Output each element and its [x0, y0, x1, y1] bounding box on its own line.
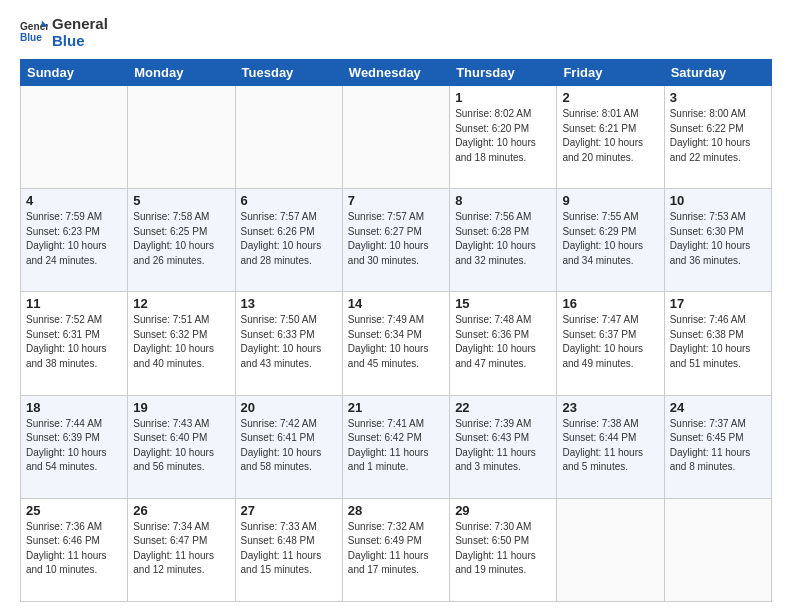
calendar-cell: 21Sunrise: 7:41 AM Sunset: 6:42 PM Dayli…: [342, 395, 449, 498]
calendar-cell: 18Sunrise: 7:44 AM Sunset: 6:39 PM Dayli…: [21, 395, 128, 498]
day-info: Sunrise: 7:48 AM Sunset: 6:36 PM Dayligh…: [455, 313, 551, 371]
calendar-cell: 1Sunrise: 8:02 AM Sunset: 6:20 PM Daylig…: [450, 86, 557, 189]
logo-blue-text: Blue: [52, 33, 108, 50]
calendar-cell: 4Sunrise: 7:59 AM Sunset: 6:23 PM Daylig…: [21, 189, 128, 292]
day-number: 4: [26, 193, 122, 208]
day-number: 21: [348, 400, 444, 415]
day-info: Sunrise: 7:42 AM Sunset: 6:41 PM Dayligh…: [241, 417, 337, 475]
calendar-col-header-monday: Monday: [128, 60, 235, 86]
calendar-cell: 25Sunrise: 7:36 AM Sunset: 6:46 PM Dayli…: [21, 498, 128, 601]
calendar-cell: 9Sunrise: 7:55 AM Sunset: 6:29 PM Daylig…: [557, 189, 664, 292]
calendar-cell: 29Sunrise: 7:30 AM Sunset: 6:50 PM Dayli…: [450, 498, 557, 601]
day-number: 22: [455, 400, 551, 415]
day-info: Sunrise: 7:34 AM Sunset: 6:47 PM Dayligh…: [133, 520, 229, 578]
day-number: 26: [133, 503, 229, 518]
day-number: 15: [455, 296, 551, 311]
day-number: 5: [133, 193, 229, 208]
day-info: Sunrise: 7:56 AM Sunset: 6:28 PM Dayligh…: [455, 210, 551, 268]
day-info: Sunrise: 7:58 AM Sunset: 6:25 PM Dayligh…: [133, 210, 229, 268]
logo-icon: General Blue: [20, 19, 48, 47]
day-number: 7: [348, 193, 444, 208]
calendar-cell: 14Sunrise: 7:49 AM Sunset: 6:34 PM Dayli…: [342, 292, 449, 395]
day-number: 25: [26, 503, 122, 518]
calendar-cell: 7Sunrise: 7:57 AM Sunset: 6:27 PM Daylig…: [342, 189, 449, 292]
day-number: 13: [241, 296, 337, 311]
calendar-cell: 16Sunrise: 7:47 AM Sunset: 6:37 PM Dayli…: [557, 292, 664, 395]
day-info: Sunrise: 7:32 AM Sunset: 6:49 PM Dayligh…: [348, 520, 444, 578]
calendar-cell: 28Sunrise: 7:32 AM Sunset: 6:49 PM Dayli…: [342, 498, 449, 601]
day-info: Sunrise: 7:33 AM Sunset: 6:48 PM Dayligh…: [241, 520, 337, 578]
calendar-cell: 20Sunrise: 7:42 AM Sunset: 6:41 PM Dayli…: [235, 395, 342, 498]
day-info: Sunrise: 7:57 AM Sunset: 6:27 PM Dayligh…: [348, 210, 444, 268]
day-number: 9: [562, 193, 658, 208]
day-info: Sunrise: 8:00 AM Sunset: 6:22 PM Dayligh…: [670, 107, 766, 165]
day-number: 23: [562, 400, 658, 415]
calendar-cell: [128, 86, 235, 189]
calendar-week-row: 1Sunrise: 8:02 AM Sunset: 6:20 PM Daylig…: [21, 86, 772, 189]
day-info: Sunrise: 7:43 AM Sunset: 6:40 PM Dayligh…: [133, 417, 229, 475]
day-number: 29: [455, 503, 551, 518]
day-number: 2: [562, 90, 658, 105]
calendar-cell: [235, 86, 342, 189]
day-number: 20: [241, 400, 337, 415]
day-info: Sunrise: 7:38 AM Sunset: 6:44 PM Dayligh…: [562, 417, 658, 475]
calendar-col-header-friday: Friday: [557, 60, 664, 86]
calendar-cell: 8Sunrise: 7:56 AM Sunset: 6:28 PM Daylig…: [450, 189, 557, 292]
calendar-col-header-wednesday: Wednesday: [342, 60, 449, 86]
day-info: Sunrise: 7:50 AM Sunset: 6:33 PM Dayligh…: [241, 313, 337, 371]
day-number: 28: [348, 503, 444, 518]
day-info: Sunrise: 7:30 AM Sunset: 6:50 PM Dayligh…: [455, 520, 551, 578]
day-number: 11: [26, 296, 122, 311]
calendar-cell: 5Sunrise: 7:58 AM Sunset: 6:25 PM Daylig…: [128, 189, 235, 292]
day-number: 24: [670, 400, 766, 415]
calendar-week-row: 18Sunrise: 7:44 AM Sunset: 6:39 PM Dayli…: [21, 395, 772, 498]
day-info: Sunrise: 7:41 AM Sunset: 6:42 PM Dayligh…: [348, 417, 444, 475]
day-number: 3: [670, 90, 766, 105]
day-number: 19: [133, 400, 229, 415]
day-number: 17: [670, 296, 766, 311]
calendar-cell: 3Sunrise: 8:00 AM Sunset: 6:22 PM Daylig…: [664, 86, 771, 189]
day-number: 12: [133, 296, 229, 311]
day-info: Sunrise: 7:47 AM Sunset: 6:37 PM Dayligh…: [562, 313, 658, 371]
day-number: 16: [562, 296, 658, 311]
day-info: Sunrise: 8:01 AM Sunset: 6:21 PM Dayligh…: [562, 107, 658, 165]
calendar-cell: [21, 86, 128, 189]
calendar-cell: [557, 498, 664, 601]
day-info: Sunrise: 7:36 AM Sunset: 6:46 PM Dayligh…: [26, 520, 122, 578]
calendar-cell: 17Sunrise: 7:46 AM Sunset: 6:38 PM Dayli…: [664, 292, 771, 395]
calendar-cell: 15Sunrise: 7:48 AM Sunset: 6:36 PM Dayli…: [450, 292, 557, 395]
day-info: Sunrise: 7:49 AM Sunset: 6:34 PM Dayligh…: [348, 313, 444, 371]
calendar-week-row: 11Sunrise: 7:52 AM Sunset: 6:31 PM Dayli…: [21, 292, 772, 395]
page: General Blue General Blue SundayMondayTu…: [0, 0, 792, 612]
calendar-cell: 11Sunrise: 7:52 AM Sunset: 6:31 PM Dayli…: [21, 292, 128, 395]
logo: General Blue General Blue: [20, 16, 108, 49]
calendar-cell: 27Sunrise: 7:33 AM Sunset: 6:48 PM Dayli…: [235, 498, 342, 601]
day-info: Sunrise: 7:52 AM Sunset: 6:31 PM Dayligh…: [26, 313, 122, 371]
calendar-table: SundayMondayTuesdayWednesdayThursdayFrid…: [20, 59, 772, 602]
calendar-cell: 12Sunrise: 7:51 AM Sunset: 6:32 PM Dayli…: [128, 292, 235, 395]
day-info: Sunrise: 7:39 AM Sunset: 6:43 PM Dayligh…: [455, 417, 551, 475]
logo-general-text: General: [52, 16, 108, 33]
day-number: 6: [241, 193, 337, 208]
day-number: 14: [348, 296, 444, 311]
day-info: Sunrise: 7:44 AM Sunset: 6:39 PM Dayligh…: [26, 417, 122, 475]
day-info: Sunrise: 8:02 AM Sunset: 6:20 PM Dayligh…: [455, 107, 551, 165]
calendar-week-row: 25Sunrise: 7:36 AM Sunset: 6:46 PM Dayli…: [21, 498, 772, 601]
day-info: Sunrise: 7:59 AM Sunset: 6:23 PM Dayligh…: [26, 210, 122, 268]
day-info: Sunrise: 7:55 AM Sunset: 6:29 PM Dayligh…: [562, 210, 658, 268]
day-number: 18: [26, 400, 122, 415]
svg-text:Blue: Blue: [20, 31, 42, 42]
calendar-col-header-tuesday: Tuesday: [235, 60, 342, 86]
day-info: Sunrise: 7:51 AM Sunset: 6:32 PM Dayligh…: [133, 313, 229, 371]
calendar-cell: 26Sunrise: 7:34 AM Sunset: 6:47 PM Dayli…: [128, 498, 235, 601]
calendar-header-row: SundayMondayTuesdayWednesdayThursdayFrid…: [21, 60, 772, 86]
calendar-cell: 6Sunrise: 7:57 AM Sunset: 6:26 PM Daylig…: [235, 189, 342, 292]
calendar-week-row: 4Sunrise: 7:59 AM Sunset: 6:23 PM Daylig…: [21, 189, 772, 292]
calendar-cell: [664, 498, 771, 601]
calendar-cell: 24Sunrise: 7:37 AM Sunset: 6:45 PM Dayli…: [664, 395, 771, 498]
day-info: Sunrise: 7:57 AM Sunset: 6:26 PM Dayligh…: [241, 210, 337, 268]
calendar-cell: [342, 86, 449, 189]
calendar-cell: 23Sunrise: 7:38 AM Sunset: 6:44 PM Dayli…: [557, 395, 664, 498]
day-number: 10: [670, 193, 766, 208]
day-number: 1: [455, 90, 551, 105]
